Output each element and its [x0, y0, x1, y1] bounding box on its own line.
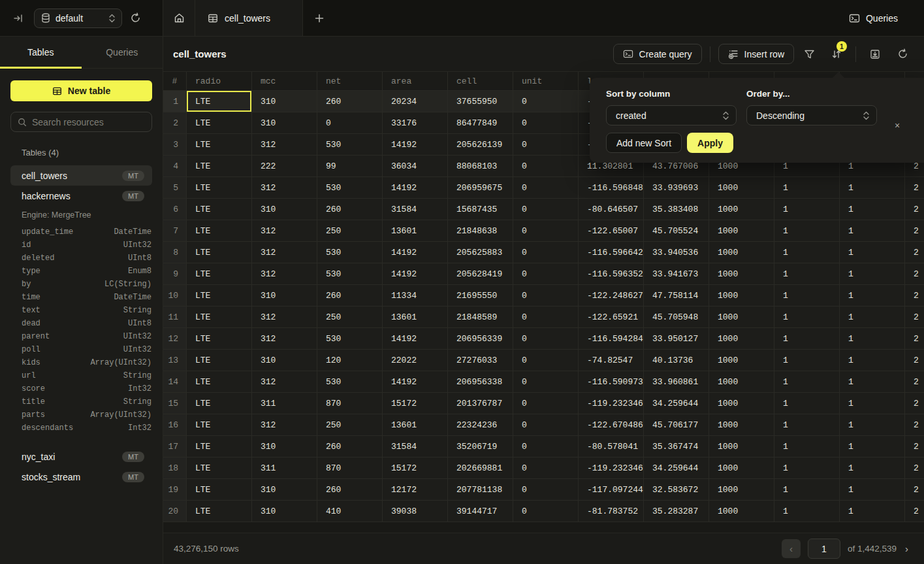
sidebar-item-stocks-stream[interactable]: stocks_stream MT [10, 467, 152, 487]
new-table-button[interactable]: New table [10, 80, 152, 101]
tab-queries[interactable]: Queries [82, 37, 163, 68]
table-cell[interactable]: 33176 [383, 112, 448, 134]
table-cell[interactable]: 0 [513, 242, 579, 263]
table-cell[interactable]: -116.596848 [579, 177, 644, 199]
table-cell[interactable]: -119.232346 [579, 457, 644, 479]
table-cell[interactable]: 12172 [383, 479, 448, 501]
table-cell[interactable]: 1 [774, 199, 840, 220]
table-cell[interactable]: 1000 [709, 177, 774, 199]
table-cell[interactable]: 1 [774, 393, 840, 414]
table-cell[interactable]: -116.594284 [579, 328, 644, 350]
table-cell[interactable]: LTE [187, 177, 252, 199]
table-cell[interactable]: 1000 [709, 457, 774, 479]
table-cell[interactable]: 22324236 [448, 414, 513, 436]
database-selector[interactable]: default [34, 8, 122, 28]
table-cell[interactable]: LTE [187, 112, 252, 134]
table-cell[interactable]: 31584 [383, 436, 448, 457]
table-cell[interactable]: 2 [905, 501, 924, 522]
table-cell[interactable]: 310 [252, 501, 317, 522]
table-cell[interactable]: 530 [317, 328, 383, 350]
collapse-sidebar-button[interactable] [13, 13, 24, 24]
add-new-sort-button[interactable]: Add new Sort [606, 133, 682, 153]
table-cell[interactable]: 1 [774, 285, 840, 307]
table-cell[interactable]: 530 [317, 263, 383, 285]
column-header[interactable]: net [317, 72, 383, 91]
table-cell[interactable]: 33.939693 [644, 177, 709, 199]
table-cell[interactable]: 35.367474 [644, 436, 709, 457]
table-cell[interactable]: 2 [905, 177, 924, 199]
table-cell[interactable]: 1000 [709, 371, 774, 393]
table-cell[interactable]: 310 [252, 91, 317, 112]
table-cell[interactable]: 222 [252, 156, 317, 177]
sort-column-select[interactable]: created [606, 105, 737, 125]
table-cell[interactable]: 0 [513, 436, 579, 457]
table-cell[interactable]: 1 [774, 220, 840, 242]
next-page-button[interactable]: › [904, 543, 910, 554]
page-input[interactable] [808, 539, 840, 559]
table-cell[interactable]: 0 [513, 328, 579, 350]
column-header[interactable]: mcc [252, 72, 317, 91]
table-cell[interactable]: 14192 [383, 371, 448, 393]
row-number-cell[interactable]: 17 [163, 436, 187, 457]
table-cell[interactable]: 1000 [709, 242, 774, 263]
table-cell[interactable]: 14192 [383, 177, 448, 199]
table-cell[interactable]: 260 [317, 436, 383, 457]
column-header[interactable]: area [383, 72, 448, 91]
table-cell[interactable]: 530 [317, 177, 383, 199]
table-cell[interactable]: 15172 [383, 393, 448, 414]
table-cell[interactable]: 31584 [383, 199, 448, 220]
table-cell[interactable]: 1 [774, 457, 840, 479]
table-cell[interactable]: 0 [513, 479, 579, 501]
table-cell[interactable]: 33.940536 [644, 242, 709, 263]
table-cell[interactable]: LTE [187, 156, 252, 177]
table-cell[interactable]: 36034 [383, 156, 448, 177]
table-cell[interactable]: 2 [905, 328, 924, 350]
table-cell[interactable]: 86477849 [448, 112, 513, 134]
table-cell[interactable]: -117.097244 [579, 479, 644, 501]
table-cell[interactable]: 0 [513, 177, 579, 199]
table-cell[interactable]: 0 [513, 285, 579, 307]
table-cell[interactable]: 312 [252, 263, 317, 285]
table-cell[interactable]: LTE [187, 501, 252, 522]
table-cell[interactable]: -80.646507 [579, 199, 644, 220]
table-cell[interactable]: 45.705948 [644, 307, 709, 328]
row-number-cell[interactable]: 18 [163, 457, 187, 479]
table-cell[interactable]: 0 [317, 112, 383, 134]
table-cell[interactable]: 312 [252, 307, 317, 328]
table-cell[interactable]: 14192 [383, 263, 448, 285]
table-cell[interactable]: 870 [317, 457, 383, 479]
table-cell[interactable]: 312 [252, 220, 317, 242]
remove-sort-button[interactable]: × [889, 115, 906, 135]
table-cell[interactable]: 22022 [383, 350, 448, 371]
table-cell[interactable]: 530 [317, 242, 383, 263]
table-cell[interactable]: 0 [513, 457, 579, 479]
table-cell[interactable]: 1 [840, 479, 905, 501]
row-number-header[interactable]: # [163, 72, 187, 91]
row-number-cell[interactable]: 3 [163, 134, 187, 156]
table-cell[interactable]: 33.941673 [644, 263, 709, 285]
tab-cell-towers[interactable]: cell_towers [195, 0, 303, 36]
table-cell[interactable]: 33.950127 [644, 328, 709, 350]
table-cell[interactable]: 1 [774, 350, 840, 371]
table-cell[interactable]: 2 [905, 220, 924, 242]
table-cell[interactable]: LTE [187, 393, 252, 414]
table-cell[interactable]: 530 [317, 134, 383, 156]
queries-button[interactable]: Queries [849, 0, 898, 36]
table-cell[interactable]: 206956339 [448, 328, 513, 350]
table-cell[interactable]: 1000 [709, 479, 774, 501]
table-cell[interactable]: 34.259644 [644, 393, 709, 414]
row-number-cell[interactable]: 4 [163, 156, 187, 177]
column-header[interactable]: unit [513, 72, 579, 91]
table-cell[interactable]: 47.758114 [644, 285, 709, 307]
table-cell[interactable]: 1000 [709, 350, 774, 371]
table-cell[interactable]: 870 [317, 393, 383, 414]
table-cell[interactable]: -122.248627 [579, 285, 644, 307]
table-cell[interactable]: 310 [252, 112, 317, 134]
table-cell[interactable]: 2 [905, 285, 924, 307]
table-cell[interactable]: 1 [774, 436, 840, 457]
row-number-cell[interactable]: 8 [163, 242, 187, 263]
table-cell[interactable]: 205626139 [448, 134, 513, 156]
table-cell[interactable]: 27276033 [448, 350, 513, 371]
create-query-button[interactable]: Create query [613, 44, 702, 64]
table-cell[interactable]: 37655950 [448, 91, 513, 112]
